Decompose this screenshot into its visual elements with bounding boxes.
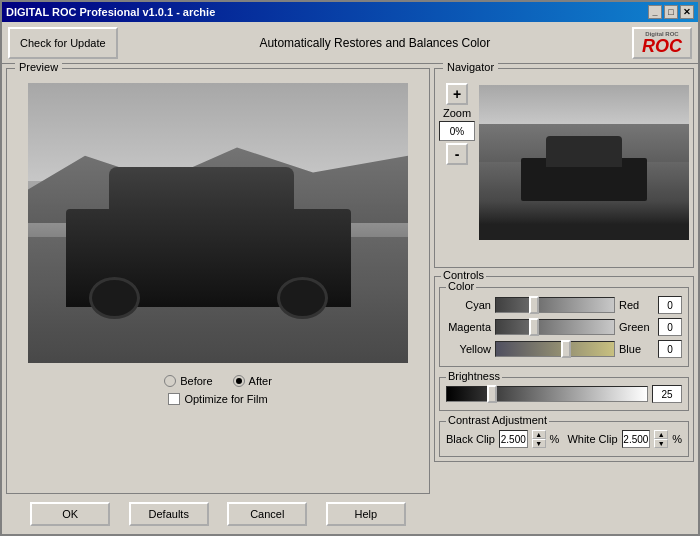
green-label: Green [619, 321, 654, 333]
navigator-image [479, 85, 689, 240]
white-clip-value[interactable]: 2.500 [622, 430, 651, 448]
right-panel: Navigator + Zoom 0% - [434, 68, 694, 530]
roc-logo-text: ROC [642, 37, 682, 55]
before-radio-group: Before [164, 375, 212, 387]
preview-panel: Preview [6, 68, 430, 494]
close-button[interactable]: ✕ [680, 5, 694, 19]
defaults-button[interactable]: Defaults [129, 502, 209, 526]
cancel-button[interactable]: Cancel [227, 502, 307, 526]
before-radio[interactable] [164, 375, 176, 387]
controls-panel: Controls Color Cyan Red 0 [434, 276, 694, 462]
black-clip-up[interactable]: ▲ [532, 430, 546, 439]
help-button[interactable]: Help [326, 502, 406, 526]
yellow-label: Yellow [446, 343, 491, 355]
brightness-slider[interactable] [446, 386, 648, 402]
roc-logo-inner: Digital ROC ROC [642, 31, 682, 55]
magenta-green-row: Magenta Green 0 [446, 318, 682, 336]
main-content: Preview [2, 64, 698, 534]
optimize-label: Optimize for Film [184, 393, 267, 405]
red-value[interactable]: 0 [658, 296, 682, 314]
color-label: Color [446, 280, 476, 292]
optimize-checkbox[interactable] [168, 393, 180, 405]
white-clip-percent: % [672, 433, 682, 445]
brightness-value[interactable]: 25 [652, 385, 682, 403]
toolbar: Check for Update Automatically Restores … [2, 22, 698, 64]
optimize-row: Optimize for Film [11, 391, 425, 407]
blue-value[interactable]: 0 [658, 340, 682, 358]
before-label: Before [180, 375, 212, 387]
black-clip-down[interactable]: ▼ [532, 439, 546, 448]
magenta-label: Magenta [446, 321, 491, 333]
contrast-row: Black Clip 2.500 ▲ ▼ % White Clip 2.500 … [446, 430, 682, 448]
black-clip-percent: % [550, 433, 560, 445]
nav-and-zoom: + Zoom 0% - [439, 83, 689, 240]
toolbar-subtitle: Automatically Restores and Balances Colo… [118, 36, 632, 50]
brightness-thumb[interactable] [487, 385, 497, 403]
cyan-slider[interactable] [495, 297, 615, 313]
color-group: Color Cyan Red 0 Magenta [439, 287, 689, 367]
red-label: Red [619, 299, 654, 311]
green-value[interactable]: 0 [658, 318, 682, 336]
white-clip-spinner: ▲ ▼ [654, 430, 668, 448]
blue-label: Blue [619, 343, 654, 355]
white-clip-up[interactable]: ▲ [654, 430, 668, 439]
nav-car-roof [546, 136, 622, 167]
bottom-buttons: OK Defaults Cancel Help [6, 498, 430, 530]
brightness-row: 25 [446, 382, 682, 406]
title-bar: DIGITAL ROC Profesional v1.0.1 - archie … [2, 2, 698, 22]
brightness-label: Brightness [446, 370, 502, 382]
yellow-blue-row: Yellow Blue 0 [446, 340, 682, 358]
after-radio[interactable] [233, 375, 245, 387]
car-scene [28, 83, 408, 363]
contrast-label: Contrast Adjustment [446, 414, 549, 426]
car-wheel-left [89, 277, 140, 319]
white-clip-label: White Clip [567, 433, 617, 445]
ok-button[interactable]: OK [30, 502, 110, 526]
check-update-button[interactable]: Check for Update [8, 27, 118, 59]
before-after-row: Before After [11, 371, 425, 391]
zoom-in-button[interactable]: + [446, 83, 468, 105]
zoom-controls: + Zoom 0% - [439, 83, 475, 240]
black-clip-value[interactable]: 2.500 [499, 430, 528, 448]
main-window: DIGITAL ROC Profesional v1.0.1 - archie … [0, 0, 700, 536]
left-panel: Preview [6, 68, 430, 530]
cyan-thumb[interactable] [529, 296, 539, 314]
minimize-button[interactable]: _ [648, 5, 662, 19]
preview-label: Preview [15, 61, 62, 73]
yellow-thumb[interactable] [561, 340, 571, 358]
roc-logo: Digital ROC ROC [632, 27, 692, 59]
contrast-group: Contrast Adjustment Black Clip 2.500 ▲ ▼… [439, 421, 689, 457]
nav-scene [479, 85, 689, 240]
black-clip-label: Black Clip [446, 433, 495, 445]
cyan-label: Cyan [446, 299, 491, 311]
zoom-label: Zoom [443, 107, 471, 119]
car-body [66, 167, 351, 307]
white-clip-down[interactable]: ▼ [654, 439, 668, 448]
preview-image [28, 83, 408, 363]
car-wheel-right [277, 277, 328, 319]
zoom-value: 0% [439, 121, 475, 141]
after-radio-group: After [233, 375, 272, 387]
nav-car [521, 139, 647, 201]
black-clip-spinner: ▲ ▼ [532, 430, 546, 448]
magenta-thumb[interactable] [529, 318, 539, 336]
magenta-slider[interactable] [495, 319, 615, 335]
window-title: DIGITAL ROC Profesional v1.0.1 - archie [6, 6, 215, 18]
after-label: After [249, 375, 272, 387]
brightness-group: Brightness 25 [439, 377, 689, 411]
maximize-button[interactable]: □ [664, 5, 678, 19]
title-bar-buttons: _ □ ✕ [648, 5, 694, 19]
navigator-label: Navigator [443, 61, 498, 73]
cyan-red-row: Cyan Red 0 [446, 296, 682, 314]
zoom-out-button[interactable]: - [446, 143, 468, 165]
yellow-slider[interactable] [495, 341, 615, 357]
navigator-panel: Navigator + Zoom 0% - [434, 68, 694, 268]
